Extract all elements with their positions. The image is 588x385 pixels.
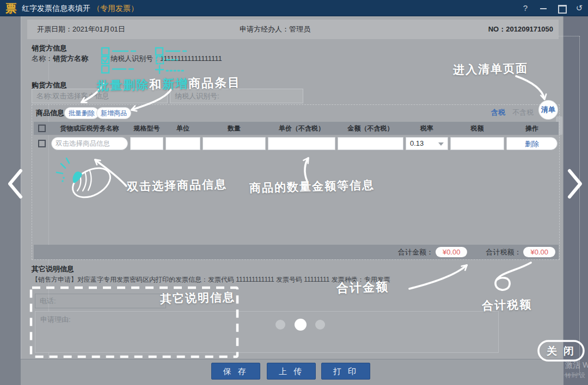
apply-reason-textarea[interactable] (35, 311, 499, 353)
carousel-dot[interactable] (275, 320, 285, 330)
operator-value: 管理员 (289, 25, 310, 33)
invoice-date-value: 2021年01月01日 (72, 25, 125, 33)
tax-rate-select[interactable]: 0.13 (406, 137, 448, 150)
spec-input[interactable] (130, 137, 163, 150)
col-unit: 单位 (164, 124, 201, 133)
other-info-title: 其它说明信息 (32, 264, 74, 274)
col-qty: 数量 (201, 124, 267, 133)
window-title: 红字发票信息表填开 （专用发票） (22, 0, 138, 16)
save-button[interactable]: 保 存 (211, 363, 260, 380)
tax-excluded-toggle[interactable]: 不含税 (512, 108, 534, 117)
left-strip (0, 16, 21, 385)
seller-section-title: 销货方信息 (32, 44, 67, 53)
window-subtitle: （专用发票） (93, 4, 138, 13)
col-unit-price: 单价（不含税） (267, 124, 336, 133)
window-controls: ? ↺ (520, 0, 585, 16)
row-checkbox[interactable] (38, 140, 46, 147)
add-item-button[interactable]: 新增商品 (96, 107, 131, 119)
col-tax-rate: 税率 (405, 124, 449, 133)
form-number-label: NO： (488, 25, 506, 33)
total-tax-value: ¥0.00 (523, 247, 555, 257)
operator-label: 申请方经办人： (240, 25, 289, 33)
col-amount: 金额（不含税） (336, 124, 405, 133)
tax-rate-value: 0.13 (410, 139, 424, 147)
buyer-tax-input[interactable] (170, 89, 303, 103)
delete-row-link[interactable]: 删除 (525, 140, 539, 148)
carousel-dot-active[interactable] (295, 319, 307, 331)
app-window: 票 红字发票信息表填开 （专用发票） ? ↺ 开票日期：2021年01月01日 … (0, 0, 588, 385)
col-goods-name: 货物或应税劳务名称 (50, 124, 129, 133)
seller-name: 名称：销货方名称 (32, 54, 88, 64)
prev-arrow[interactable] (4, 167, 23, 200)
col-spec: 规格型号 (129, 124, 164, 133)
tax-included-toggle[interactable]: 含税 (491, 108, 505, 117)
buyer-name-input[interactable] (32, 89, 168, 103)
restore-icon[interactable]: ↺ (574, 3, 585, 14)
form-number-value: 201209171050 (506, 25, 553, 33)
goods-name-input[interactable] (51, 137, 128, 150)
seller-tax-label: 纳税人识别号： (111, 54, 160, 63)
seller-name-value: 销货方名称 (53, 54, 88, 63)
minimize-icon[interactable] (538, 3, 549, 14)
form-number: NO：201209171050 (488, 20, 553, 39)
info-bar: 开票日期：2021年01月01日 申请方经办人：管理员 NO：201209171… (27, 20, 559, 39)
goods-section-title: 商品信息 (36, 108, 64, 118)
goods-table-row: 0.13 删除 (34, 136, 559, 151)
chevron-down-icon (438, 142, 444, 146)
batch-delete-button[interactable]: 批量删除 (64, 107, 99, 119)
seller-tax-value: 111111111111111111 (160, 54, 222, 63)
seller-tax-id: 纳税人识别号：111111111111111111 (111, 54, 222, 64)
total-tax-label: 合计税额： (486, 247, 521, 257)
col-tax: 税额 (449, 124, 505, 133)
totals-bar: 合计金额： ¥0.00 合计税额： ¥0.00 (34, 245, 559, 259)
invoice-date: 开票日期：2021年01月01日 (37, 20, 125, 39)
maximize-icon[interactable] (556, 3, 567, 14)
print-button[interactable]: 打 印 (321, 363, 370, 380)
tax-input[interactable] (450, 137, 504, 150)
amount-input[interactable] (338, 137, 403, 150)
goods-table-header: 货物或应税劳务名称 规格型号 单位 数量 单价（不含税） 金额（不含税） 税率 … (34, 122, 559, 135)
unit-price-input[interactable] (268, 137, 335, 150)
row-action-cell: 删除 (506, 137, 558, 150)
upload-button[interactable]: 上 传 (267, 363, 316, 380)
unit-input[interactable] (166, 137, 200, 150)
invoice-date-label: 开票日期： (37, 25, 72, 33)
carousel-dot[interactable] (315, 320, 325, 330)
select-all-checkbox[interactable] (38, 125, 46, 132)
operator: 申请方经办人：管理员 (240, 20, 310, 39)
help-icon[interactable]: ? (520, 3, 531, 14)
phone-input[interactable] (35, 294, 166, 308)
qty-input[interactable] (203, 137, 266, 150)
col-action: 操作 (505, 124, 559, 133)
app-logo-icon: 票 (4, 1, 18, 15)
window-title-text: 红字发票信息表填开 (22, 4, 90, 13)
total-amount-value: ¥0.00 (436, 247, 468, 257)
footer-bar: 保 存 上 传 打 印 (21, 359, 564, 385)
titlebar: 票 红字发票信息表填开 （专用发票） ? ↺ (0, 0, 588, 16)
total-amount-label: 合计金额： (398, 247, 433, 257)
list-page-button[interactable]: 清单 (539, 101, 558, 119)
next-arrow[interactable] (566, 167, 585, 200)
seller-name-label: 名称： (32, 54, 53, 63)
declaration-text: 【销售方申请】对应蓝字专用发票密码区内打印的发票信息：发票代码 11111111… (32, 275, 532, 284)
